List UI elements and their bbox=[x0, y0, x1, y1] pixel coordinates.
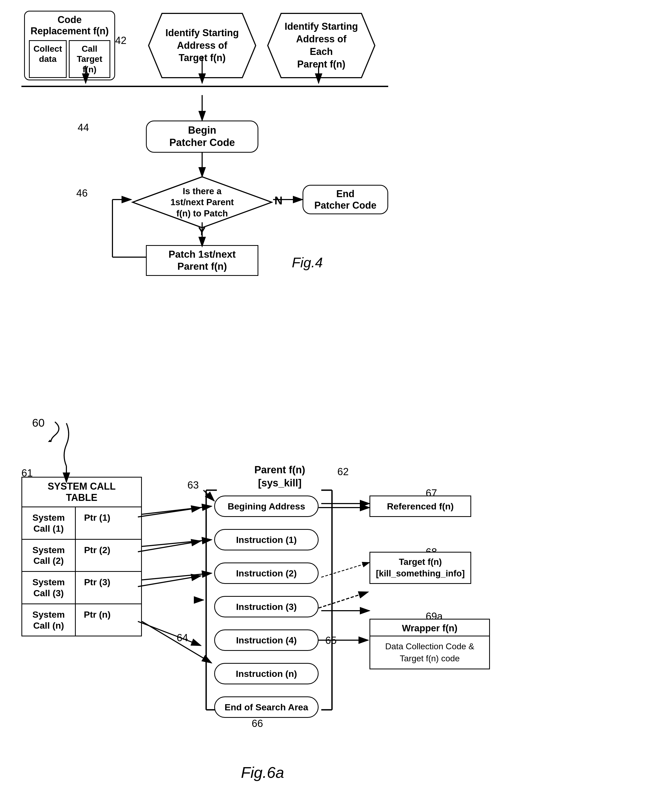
identify-parent-text: Identify Starting Address of Each Parent… bbox=[282, 18, 361, 73]
diamond-text: Is there a1st/next Parentf(n) to Patch bbox=[171, 186, 234, 219]
pill-end-search: End of Search Area bbox=[214, 697, 318, 718]
ptr-1: Ptr (1) bbox=[76, 507, 118, 539]
end-patcher-text: End Patcher Code bbox=[314, 188, 376, 211]
identify-parent-hex: Identify Starting Address of Each Parent… bbox=[265, 11, 378, 80]
sys-call-n: SystemCall (n) bbox=[22, 604, 76, 636]
system-call-table: SYSTEM CALL TABLE SystemCall (1) Ptr (1)… bbox=[21, 477, 142, 636]
table-row: SystemCall (1) Ptr (1) bbox=[22, 507, 141, 540]
svg-line-33 bbox=[142, 540, 211, 546]
svg-line-39 bbox=[318, 592, 368, 608]
parent-fn-label: Parent f(n)[sys_kill] bbox=[254, 463, 305, 490]
call-target-box: Call Targetf(n) bbox=[69, 40, 110, 78]
h-separator bbox=[21, 86, 388, 87]
code-replacement-title: CodeReplacement f(n) bbox=[25, 11, 114, 38]
label-44: 44 bbox=[78, 122, 89, 133]
wrapper-subtitle: Data Collection Code &Target f(n) code bbox=[370, 636, 489, 669]
pill-beginning-address: Begining Address bbox=[214, 496, 318, 517]
patch-box: Patch 1st/next Parent f(n) bbox=[146, 245, 258, 276]
code-replacement-inner: Collectdata Call Targetf(n) bbox=[25, 38, 114, 82]
wrapper-fn-box: Wrapper f(n) Data Collection Code &Targe… bbox=[370, 619, 490, 669]
pill-instruction-n: Instruction (n) bbox=[214, 663, 318, 684]
table-row: SystemCall (3) Ptr (3) bbox=[22, 572, 141, 604]
fig4-title: Fig.4 bbox=[292, 255, 323, 271]
label-64: 64 bbox=[177, 632, 188, 644]
target-fn-box: Target f(n)[kill_something_info] bbox=[370, 552, 471, 584]
label-42: 42 bbox=[115, 35, 126, 46]
referenced-fn-box: Referenced f(n) bbox=[370, 496, 471, 517]
pill-instruction-2: Instruction (2) bbox=[214, 562, 318, 584]
pill-instruction-1: Instruction (1) bbox=[214, 529, 318, 551]
sys-table-header: SYSTEM CALL TABLE bbox=[22, 477, 141, 507]
code-replacement-box: CodeReplacement f(n) Collectdata Call Ta… bbox=[24, 11, 115, 80]
pill-instruction-4: Instruction (4) bbox=[214, 629, 318, 651]
pill-instruction-3: Instruction (3) bbox=[214, 596, 318, 617]
patch-text: Patch 1st/next Parent f(n) bbox=[169, 248, 236, 272]
diamond-box: Is there a1st/next Parentf(n) to Patch bbox=[131, 175, 273, 229]
wrapper-title: Wrapper f(n) bbox=[370, 620, 489, 636]
svg-line-34 bbox=[142, 573, 211, 580]
label-62: 62 bbox=[338, 466, 349, 477]
sys-call-1: SystemCall (1) bbox=[22, 507, 76, 539]
diamond-n-label: N bbox=[274, 194, 282, 207]
ptr-3: Ptr (3) bbox=[76, 572, 118, 604]
diamond-y-label: Y bbox=[198, 225, 206, 238]
collect-data-box: Collectdata bbox=[29, 40, 67, 78]
label-66: 66 bbox=[252, 718, 263, 729]
ptr-2: Ptr (2) bbox=[76, 540, 118, 571]
label-46: 46 bbox=[76, 187, 88, 199]
identify-target-text: Identify Starting Address of Target f(n) bbox=[163, 24, 242, 67]
ptr-n: Ptr (n) bbox=[76, 604, 118, 636]
sys-call-2: SystemCall (2) bbox=[22, 540, 76, 571]
begin-patcher-box: Begin Patcher Code bbox=[146, 120, 258, 153]
end-patcher-box: End Patcher Code bbox=[302, 185, 388, 214]
diagram-container: 42 41 43 CodeReplacement f(n) Collectdat… bbox=[0, 0, 672, 799]
sys-call-3: SystemCall (3) bbox=[22, 572, 76, 604]
begin-patcher-text: Begin Patcher Code bbox=[170, 124, 235, 149]
fig6a-title: Fig.6a bbox=[241, 764, 284, 781]
table-row: SystemCall (2) Ptr (2) bbox=[22, 540, 141, 572]
identify-target-hex: Identify Starting Address of Target f(n) bbox=[146, 11, 258, 80]
table-row: SystemCall (n) Ptr (n) bbox=[22, 604, 141, 636]
label-61: 61 bbox=[21, 468, 33, 479]
svg-line-32 bbox=[142, 506, 211, 514]
